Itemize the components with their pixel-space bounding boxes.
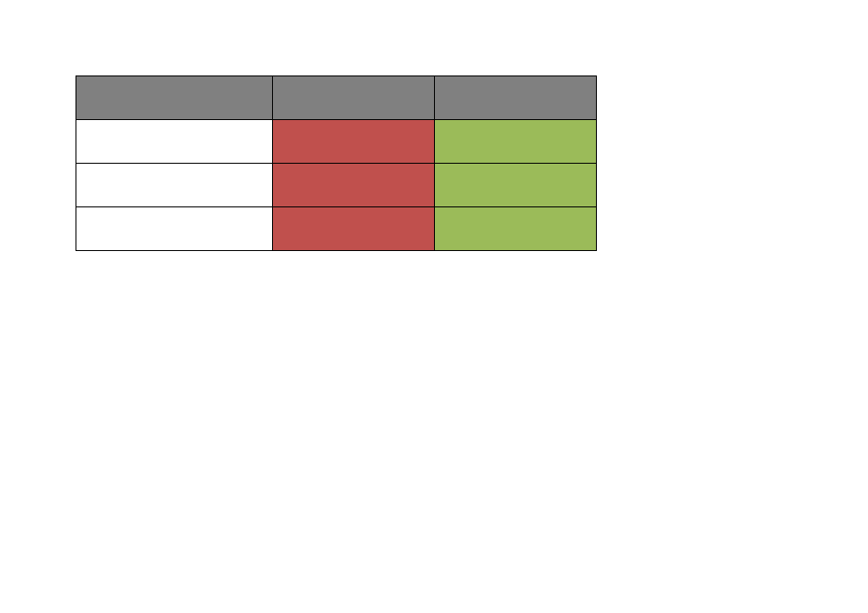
cell-label (76, 120, 272, 163)
table-row (76, 120, 597, 164)
table-chart (76, 75, 597, 251)
header-label (435, 76, 596, 119)
cell-value (273, 120, 434, 163)
table-header-cell (435, 76, 597, 120)
table-cell (435, 207, 597, 251)
table-cell (273, 207, 435, 251)
table-cell (435, 120, 597, 164)
cell-value (273, 164, 434, 206)
cell-value (435, 207, 596, 250)
cell-label (76, 164, 272, 206)
cell-label (76, 207, 272, 250)
data-table (76, 75, 597, 251)
header-label (76, 76, 272, 119)
cell-value (435, 164, 596, 206)
table-cell (273, 164, 435, 207)
table-header-cell (76, 76, 273, 120)
table-header-row (76, 76, 597, 120)
table-row (76, 207, 597, 251)
table-cell (435, 164, 597, 207)
table-cell (76, 207, 273, 251)
table-cell (273, 120, 435, 164)
table-cell (76, 164, 273, 207)
cell-value (273, 207, 434, 250)
table-cell (76, 120, 273, 164)
table-header-cell (273, 76, 435, 120)
cell-value (435, 120, 596, 163)
header-label (273, 76, 434, 119)
table-row (76, 164, 597, 207)
